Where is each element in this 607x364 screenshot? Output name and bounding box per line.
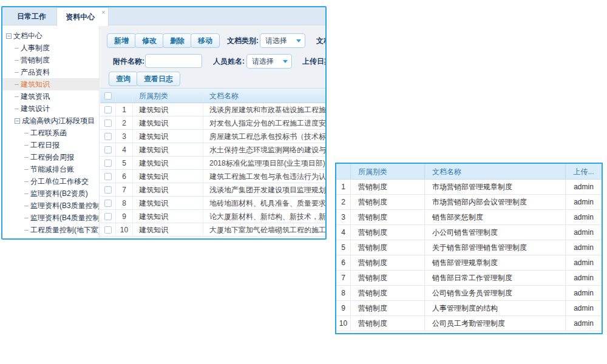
tree-connector-icon <box>24 133 29 133</box>
cell-checkbox <box>100 157 116 169</box>
table-row[interactable]: 5建筑知识2018标准化监理项目部(业主项目部)人员... <box>100 157 325 170</box>
row-checkbox[interactable] <box>104 120 112 127</box>
collapse-icon[interactable]: − <box>6 33 12 39</box>
tree-item-label: 工程例会周报 <box>30 151 74 163</box>
tree-connector-icon <box>15 60 19 61</box>
tree-connector-icon <box>15 48 19 49</box>
tree-item-14[interactable]: 监理资料(B3质量控制) <box>2 200 99 212</box>
cell-uploader: admin <box>566 240 602 255</box>
row-checkbox[interactable] <box>104 226 112 234</box>
row-checkbox[interactable] <box>104 173 112 180</box>
table-row[interactable]: 6建筑知识建筑工程施工发包与承包违法行为认定... <box>100 170 325 183</box>
tab-data-center-label: 资料中心 <box>66 13 95 21</box>
attachment-name-input[interactable] <box>145 54 202 68</box>
cell-name: 2018标准化监理项目部(业主项目部)人员... <box>203 157 325 169</box>
document-table: 所属别类 文档名称 1建筑知识浅谈房屋建筑和市政基础设施工程施工...2建筑知识… <box>100 88 325 238</box>
table-row[interactable]: 7建筑知识浅谈地产集团开发建设项目监理规划编... <box>100 183 325 197</box>
tab-data-center[interactable]: 资料中心 × <box>56 7 109 26</box>
tree-item-12[interactable]: 分工单位工作移交 <box>2 175 99 187</box>
row-checkbox[interactable] <box>104 106 112 113</box>
cell-category: 建筑知识 <box>133 130 203 143</box>
cell-uploader: admin <box>566 225 602 240</box>
chevron-down-icon <box>296 39 301 42</box>
tree-item-2[interactable]: 营销制度 <box>2 54 99 66</box>
move-button[interactable]: 移动 <box>191 33 220 48</box>
tree-item-6[interactable]: 建筑设计 <box>2 103 99 115</box>
query-button[interactable]: 查询 <box>109 72 138 86</box>
tree-item-15[interactable]: 监理资料(B4质量控制) <box>2 212 99 224</box>
table-row[interactable]: 6营销制度销售部管理规章制度admin <box>336 255 602 271</box>
cell-name: 市场营销部管理规章制度 <box>425 180 566 194</box>
cell-checkbox <box>100 183 116 196</box>
table-row[interactable]: 7营销制度销售部日常工作管理制度admin <box>336 271 602 286</box>
tree-item-0[interactable]: −文档中心 <box>2 30 99 42</box>
cell-uploader: admin <box>566 180 602 194</box>
add-button[interactable]: 新增 <box>107 33 136 48</box>
table-row[interactable]: 4营销制度小公司销售管理制度admin <box>336 225 602 240</box>
row-checkbox[interactable] <box>104 213 112 220</box>
cell-name: 小公司销售管理制度 <box>425 225 566 240</box>
tree-item-8[interactable]: 工程联系函 <box>2 127 99 139</box>
table-row[interactable]: 10建筑知识大厦地下室加气砼墙砌筑工程的施工方... <box>100 223 325 237</box>
tree-item-17[interactable]: 工程质量控制(…) <box>2 236 99 238</box>
table-row[interactable]: 1建筑知识浅谈房屋建筑和市政基础设施工程施工... <box>100 103 325 116</box>
row-checkbox[interactable] <box>104 186 112 194</box>
header-cell-checkbox <box>100 89 116 103</box>
table-row[interactable]: 4建筑知识水土保持生态环境监测网络的建设与资... <box>100 143 325 157</box>
edit-button[interactable]: 修改 <box>135 33 164 48</box>
cell-category: 营销制度 <box>351 255 425 270</box>
table-row[interactable]: 5营销制度关于销售部管理销售管理制度admin <box>336 240 602 255</box>
header-cell-category: 所属别类 <box>351 164 425 179</box>
cell-num: 7 <box>336 271 351 285</box>
table-row[interactable]: 2建筑知识对发包人指定分包的工程施工进度安排... <box>100 116 325 130</box>
table-row[interactable]: 9营销制度人事管理制度的结构admin <box>336 301 602 316</box>
tree-item-label: 工程质量控制(…) <box>30 236 86 238</box>
tree-item-7[interactable]: −成渝高铁内江标段项目 <box>2 115 99 127</box>
header-cell-name: 文档名称 <box>425 164 566 179</box>
cell-checkbox <box>100 116 116 129</box>
cell-name: 浅谈地产集团开发建设项目监理规划编... <box>203 183 325 196</box>
tree-item-5[interactable]: 建筑资讯 <box>2 90 99 103</box>
tree-item-4[interactable]: 建筑知识 <box>2 78 99 90</box>
tree-connector-icon <box>24 218 29 218</box>
tree-item-3[interactable]: 产品资料 <box>2 66 99 78</box>
tree-item-13[interactable]: 监理资料(B2资质) <box>2 187 99 200</box>
table-row[interactable]: 8建筑知识地砖地面材料、机具准备、质量要求及... <box>100 197 325 210</box>
cell-name: 论大厦新材料、新结构、新技术，新工... <box>203 210 325 223</box>
cell-name: 对发包人指定分包的工程施工进度安排... <box>203 116 325 129</box>
table-row[interactable]: 3营销制度销售部奖惩制度admin <box>336 210 602 225</box>
cell-num: 6 <box>116 170 133 183</box>
row-checkbox[interactable] <box>104 200 112 207</box>
table-row[interactable]: 10营销制度公司员工考勤管理制度admin <box>336 316 602 331</box>
table-row[interactable]: 2营销制度市场营销部内部会议管理制度admin <box>336 195 602 210</box>
marketing-doc-table-panel: 所属别类 文档名称 上传... 1营销制度市场营销部管理规章制度admin2营销… <box>335 163 603 334</box>
toolbar-row: 新增 修改 删除 移动 文档类别: 请选择 文档名称 <box>100 33 325 48</box>
delete-button[interactable]: 删除 <box>163 33 192 48</box>
person-name-label: 人员姓名: <box>213 54 245 69</box>
tree-item-9[interactable]: 工程日报 <box>2 139 99 151</box>
person-name-select[interactable]: 请选择 <box>246 54 292 69</box>
cell-uploader: admin <box>566 316 602 331</box>
row-checkbox[interactable] <box>104 160 112 167</box>
tree-item-16[interactable]: 工程质量控制(地下室) <box>2 224 99 236</box>
doc-category-select[interactable]: 请选择 <box>260 33 305 48</box>
cell-category: 建筑知识 <box>133 223 203 236</box>
cell-name: 房屋建筑工程总承包投标书（技术标）... <box>203 130 325 143</box>
table-row[interactable]: 3建筑知识房屋建筑工程总承包投标书（技术标）... <box>100 130 325 143</box>
tree-item-1[interactable]: 人事制度 <box>2 42 99 54</box>
select-all-checkbox[interactable] <box>104 92 112 99</box>
tree-item-10[interactable]: 工程例会周报 <box>2 151 99 163</box>
table-row[interactable]: 9建筑知识论大厦新材料、新结构、新技术，新工... <box>100 210 325 223</box>
view-log-button[interactable]: 查看日志 <box>137 72 180 86</box>
cell-category: 建筑知识 <box>133 143 203 156</box>
table-row[interactable]: 1营销制度市场营销部管理规章制度admin <box>336 180 602 195</box>
tab-daily-work[interactable]: 日常工作 <box>8 7 55 25</box>
cell-num: 4 <box>116 143 133 156</box>
row-checkbox[interactable] <box>104 146 112 153</box>
close-icon[interactable]: × <box>101 9 105 16</box>
collapse-icon[interactable]: − <box>15 118 20 124</box>
cell-category: 营销制度 <box>351 301 425 315</box>
table-row[interactable]: 8营销制度公司销售业务员管理制度admin <box>336 286 602 301</box>
tree-item-11[interactable]: 节能减排台账 <box>2 163 99 175</box>
row-checkbox[interactable] <box>104 133 112 140</box>
